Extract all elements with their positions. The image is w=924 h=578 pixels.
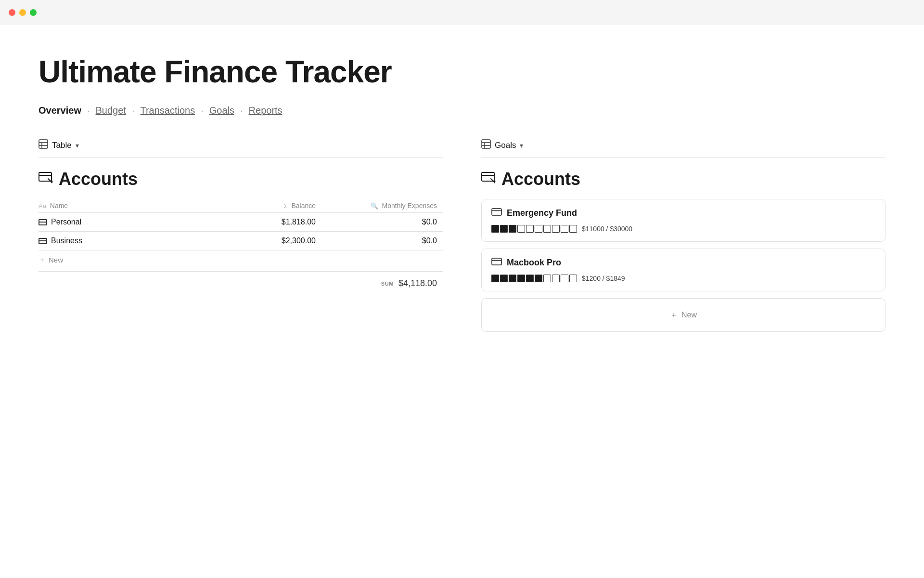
goal-progress-row: $1200 / $1849 xyxy=(491,275,875,282)
progress-block xyxy=(561,275,568,282)
sum-value: $4,118.00 xyxy=(398,278,437,289)
view-label-right: Goals xyxy=(495,141,516,150)
view-label-left: Table xyxy=(52,141,72,150)
close-button[interactable] xyxy=(9,9,15,16)
credit-card-icon xyxy=(38,219,47,225)
tab-transactions[interactable]: Transactions xyxy=(140,105,195,116)
progress-blocks xyxy=(491,225,577,233)
view-selector-left[interactable]: Table ▾ xyxy=(38,139,443,151)
two-column-layout: Table ▾ Accounts xyxy=(38,139,886,332)
accounts-icon-right xyxy=(481,171,497,188)
maximize-button[interactable] xyxy=(30,9,37,16)
progress-block xyxy=(491,225,499,233)
goal-cards: Emergency Fund $11000 / $30000 Macbook P… xyxy=(481,199,886,291)
tab-budget[interactable]: Budget xyxy=(96,105,126,116)
progress-block xyxy=(561,225,568,233)
left-divider xyxy=(38,157,443,158)
table-row[interactable]: Business $2,300.00 $0.0 xyxy=(38,232,443,250)
sigma-icon: Σ xyxy=(283,202,287,210)
credit-card-icon xyxy=(38,238,47,244)
right-divider xyxy=(481,157,886,158)
table-icon xyxy=(38,139,48,151)
progress-block xyxy=(509,225,516,233)
goal-card[interactable]: Macbook Pro $1200 / $1849 xyxy=(481,249,886,291)
nav-tabs: Overview · Budget · Transactions · Goals… xyxy=(38,105,886,116)
minimize-button[interactable] xyxy=(19,9,26,16)
tab-goals[interactable]: Goals xyxy=(209,105,234,116)
goal-title: Emergency Fund xyxy=(491,208,875,218)
svg-rect-6 xyxy=(482,140,490,148)
progress-blocks xyxy=(491,275,577,282)
goal-amount: $11000 / $30000 xyxy=(582,225,632,233)
goal-name: Macbook Pro xyxy=(507,258,561,268)
chevron-down-icon-left: ▾ xyxy=(76,142,79,149)
titlebar xyxy=(0,0,924,25)
right-panel: Goals ▾ Accounts xyxy=(481,139,886,332)
search-icon: 🔍 xyxy=(371,202,378,210)
right-section-title-text: Accounts xyxy=(501,169,580,189)
left-section-title-text: Accounts xyxy=(59,169,138,189)
progress-block xyxy=(569,275,577,282)
add-new-account-button[interactable]: ＋ New xyxy=(38,250,443,269)
progress-block xyxy=(500,275,508,282)
chevron-down-icon-right: ▾ xyxy=(520,142,523,149)
tab-overview[interactable]: Overview xyxy=(38,105,81,116)
goal-title: Macbook Pro xyxy=(491,258,875,268)
progress-block xyxy=(543,225,551,233)
sum-row: SUM $4,118.00 xyxy=(38,271,443,289)
add-new-goal-button[interactable]: ＋ New xyxy=(481,298,886,332)
left-section-title: Accounts xyxy=(38,169,443,189)
goals-table-icon xyxy=(481,139,491,151)
nav-sep-2: · xyxy=(132,105,135,116)
tab-reports[interactable]: Reports xyxy=(249,105,282,116)
view-selector-right[interactable]: Goals ▾ xyxy=(481,139,886,151)
account-monthly: $0.0 xyxy=(321,232,443,250)
col-header-monthly: 🔍 Monthly Expenses xyxy=(321,199,443,213)
accounts-icon-left xyxy=(38,171,54,188)
account-name: Personal xyxy=(51,218,81,226)
goal-amount: $1200 / $1849 xyxy=(582,275,625,282)
goal-progress-row: $11000 / $30000 xyxy=(491,225,875,233)
svg-rect-0 xyxy=(39,140,48,148)
account-balance: $1,818.00 xyxy=(200,213,321,232)
goal-credit-icon xyxy=(491,208,502,218)
nav-sep-3: · xyxy=(201,105,204,116)
progress-block xyxy=(526,225,534,233)
right-section-title: Accounts xyxy=(481,169,886,189)
goal-credit-icon xyxy=(491,258,502,268)
progress-block xyxy=(500,225,508,233)
progress-block xyxy=(526,275,534,282)
main-content: Ultimate Finance Tracker Overview · Budg… xyxy=(0,25,924,361)
goal-card[interactable]: Emergency Fund $11000 / $30000 xyxy=(481,199,886,242)
accounts-table: Aa Name Σ Balance 🔍 Monthly Expenses xyxy=(38,199,443,250)
progress-block xyxy=(535,275,542,282)
plus-icon-right: ＋ xyxy=(670,310,678,320)
sum-label: SUM xyxy=(381,281,394,287)
account-name: Business xyxy=(51,236,82,245)
col-header-balance: Σ Balance xyxy=(200,199,321,213)
page-title: Ultimate Finance Tracker xyxy=(38,54,886,90)
progress-block xyxy=(569,225,577,233)
new-goal-label: New xyxy=(681,311,697,319)
account-monthly: $0.0 xyxy=(321,213,443,232)
progress-block xyxy=(517,275,525,282)
left-panel: Table ▾ Accounts xyxy=(38,139,443,332)
progress-block xyxy=(517,225,525,233)
goal-name: Emergency Fund xyxy=(507,208,577,218)
svg-rect-12 xyxy=(492,209,501,215)
nav-sep-4: · xyxy=(240,105,243,116)
text-icon: Aa xyxy=(38,202,46,210)
col-header-name: Aa Name xyxy=(38,199,200,213)
svg-rect-14 xyxy=(492,258,501,265)
progress-block xyxy=(535,225,542,233)
progress-block xyxy=(509,275,516,282)
progress-block xyxy=(552,275,560,282)
plus-icon-left: ＋ xyxy=(38,255,46,264)
table-row[interactable]: Personal $1,818.00 $0.0 xyxy=(38,213,443,232)
progress-block xyxy=(552,225,560,233)
progress-block xyxy=(491,275,499,282)
account-balance: $2,300.00 xyxy=(200,232,321,250)
progress-block xyxy=(543,275,551,282)
nav-sep-1: · xyxy=(87,105,90,116)
